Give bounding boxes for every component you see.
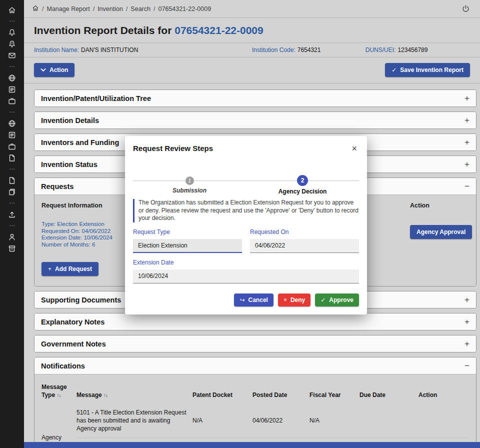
- save-invention-report-button[interactable]: ✓ Save Invention Report: [385, 63, 470, 77]
- section-title: Requests: [41, 182, 74, 190]
- plus-icon: +: [48, 266, 52, 272]
- column-header-action: Action: [418, 388, 469, 404]
- section-title: Inventors and Funding: [41, 138, 119, 146]
- section-header-explanatory-notes[interactable]: Explanatory Notes +: [34, 314, 476, 330]
- briefcase-icon[interactable]: [6, 140, 18, 152]
- cancel-button[interactable]: ↪ Cancel: [234, 294, 273, 306]
- user-icon[interactable]: [6, 231, 18, 242]
- power-icon[interactable]: [462, 4, 470, 13]
- section-title: Government Notes: [41, 340, 106, 348]
- institution-code-group: Institution Code: 7654321: [252, 46, 366, 54]
- section-government-notes: Government Notes +: [34, 335, 476, 352]
- institution-bar: Institution Name: DAN'S INSTITUTION Inst…: [24, 42, 480, 58]
- expand-icon[interactable]: +: [464, 116, 470, 124]
- sort-icon[interactable]: ↑↓: [56, 392, 60, 398]
- step-2-label: Agency Decision: [278, 188, 327, 195]
- breadcrumb-separator: /: [93, 6, 94, 12]
- add-request-button[interactable]: + Add Request: [42, 262, 98, 276]
- request-type-input[interactable]: [133, 239, 242, 253]
- document-icon[interactable]: [6, 152, 18, 164]
- agency-approval-label: Agency Approval: [416, 228, 466, 236]
- globe-icon[interactable]: [6, 118, 18, 129]
- breadcrumb-item-manage-report[interactable]: Manage Report: [46, 6, 90, 12]
- bell-icon[interactable]: [6, 26, 18, 38]
- collapse-icon[interactable]: −: [464, 182, 470, 190]
- duns-uei-label: DUNS/UEI:: [366, 46, 396, 54]
- nav-divider-dots-icon: ⋯: [9, 164, 15, 174]
- institution-name-label: Institution Name:: [34, 46, 79, 54]
- top-bar: / Manage Report / Invention / Search / 0…: [24, 0, 480, 18]
- report-list-icon[interactable]: [6, 84, 18, 95]
- request-review-steps-dialog: Request Review Steps × 1 Submission 2 Ag…: [125, 136, 367, 314]
- add-request-label: Add Request: [55, 266, 92, 272]
- chevron-down-icon: [40, 68, 46, 72]
- notification-posted-date-cell: 04/06/2022: [252, 412, 310, 430]
- breadcrumb-separator: /: [154, 6, 155, 12]
- expand-icon[interactable]: +: [464, 318, 470, 326]
- bell-alt-icon[interactable]: [6, 38, 18, 50]
- column-header-message-type[interactable]: Message Type ↑↓: [42, 380, 76, 404]
- section-title: Explanatory Notes: [41, 318, 104, 326]
- breadcrumb-item-invention[interactable]: Invention: [98, 6, 123, 12]
- requested-on-field: Requested On: [250, 228, 359, 253]
- expand-icon[interactable]: +: [464, 296, 470, 304]
- briefcase-icon[interactable]: [6, 95, 18, 106]
- nav-divider-dots-icon: ⋯: [9, 61, 15, 72]
- expand-icon[interactable]: +: [464, 94, 470, 102]
- extension-date-input[interactable]: [133, 270, 359, 284]
- approve-button[interactable]: ✓ Approve: [315, 294, 359, 306]
- upload-icon[interactable]: [6, 208, 18, 220]
- notification-patent-docket-cell: N/A: [192, 412, 252, 430]
- notification-action-cell: [418, 416, 469, 426]
- close-icon[interactable]: ×: [350, 144, 359, 153]
- nav-divider-dots-icon: ⋯: [9, 106, 15, 118]
- deny-button[interactable]: × Deny: [278, 294, 310, 306]
- column-header-due-date: Due Date: [360, 388, 418, 404]
- breadcrumb-home-icon[interactable]: [32, 4, 39, 13]
- globe-icon[interactable]: [6, 72, 18, 84]
- archive-icon[interactable]: [6, 242, 18, 254]
- review-instructions: The Organization has submitted a Electio…: [133, 199, 359, 222]
- step-submission: 1 Submission: [133, 175, 246, 195]
- expand-icon[interactable]: +: [464, 138, 470, 146]
- modal-actions: ↪ Cancel × Deny ✓ Approve: [133, 294, 359, 306]
- expand-icon[interactable]: +: [464, 160, 470, 168]
- document-icon[interactable]: [6, 174, 18, 186]
- section-header-notifications[interactable]: Notifications −: [34, 358, 476, 374]
- sort-icon[interactable]: ↑↓: [104, 392, 108, 398]
- nav-divider-dots-icon: ⋯: [9, 220, 15, 231]
- collapse-icon[interactable]: −: [464, 362, 470, 370]
- duns-uei-group: DUNS/UEI: 123456789: [366, 46, 470, 54]
- section-title: Invention Details: [41, 116, 99, 124]
- nav-divider-dots-icon: ⋯: [9, 16, 15, 26]
- column-header-fiscal-year: Fiscal Year: [310, 388, 360, 404]
- report-list-icon[interactable]: [6, 129, 18, 140]
- notifications-table: Message Type ↑↓ Message ↑↓ Patent Docket…: [42, 380, 469, 448]
- x-icon: ×: [284, 296, 287, 304]
- request-action-column: Action Agency Approval: [410, 202, 469, 276]
- modal-title: Request Review Steps: [133, 144, 213, 152]
- home-icon[interactable]: [6, 4, 18, 16]
- institution-name-group: Institution Name: DAN'S INSTITUTION: [34, 46, 252, 54]
- section-title: Invention/Patent/Utilization Tree: [41, 94, 151, 102]
- expand-icon[interactable]: +: [464, 340, 470, 348]
- section-title: Invention Status: [41, 160, 98, 168]
- section-header-tree[interactable]: Invention/Patent/Utilization Tree +: [34, 90, 476, 106]
- section-header-invention-details[interactable]: Invention Details +: [34, 112, 476, 128]
- step-agency-decision: 2 Agency Decision: [246, 175, 359, 195]
- documents-copy-icon[interactable]: [6, 186, 18, 198]
- request-action-header: Action: [410, 202, 469, 209]
- left-nav-rail: ⋯ ⋯ ⋯ ⋯ ⋯ ⋯: [0, 0, 24, 448]
- approve-label: Approve: [329, 296, 354, 304]
- extension-date-label: Extension Date: [133, 259, 359, 266]
- action-button[interactable]: Action: [34, 63, 74, 77]
- notification-due-date-cell: [360, 416, 418, 426]
- nav-divider-dots-icon: ⋯: [9, 198, 15, 208]
- agency-approval-button[interactable]: Agency Approval: [410, 225, 472, 239]
- requested-on-input[interactable]: [250, 239, 359, 253]
- cancel-arrow-icon: ↪: [240, 296, 244, 304]
- mail-icon[interactable]: [6, 50, 18, 61]
- breadcrumb-item-search[interactable]: Search: [130, 6, 150, 12]
- column-header-message[interactable]: Message ↑↓: [76, 388, 192, 404]
- section-header-government-notes[interactable]: Government Notes +: [34, 336, 476, 352]
